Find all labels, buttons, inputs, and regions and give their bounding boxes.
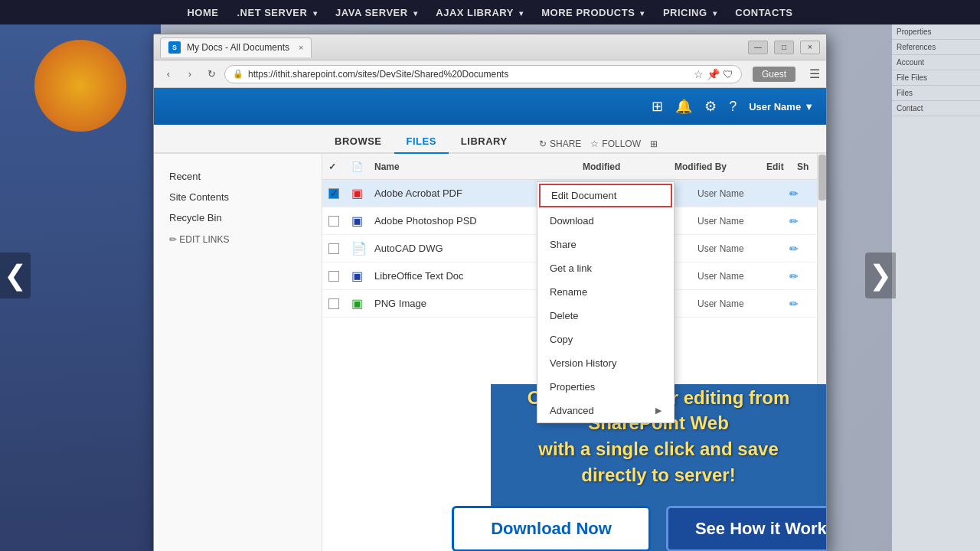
context-menu-download[interactable]: Download <box>537 209 674 233</box>
context-menu-rename[interactable]: Rename <box>537 280 674 304</box>
sidebar-edit-links[interactable]: ✏ EDIT LINKS <box>154 228 322 251</box>
modified-by: User Name <box>697 216 789 227</box>
file-icon-doc: ▣ <box>351 269 374 283</box>
row-checkbox[interactable] <box>328 298 351 309</box>
tab-library[interactable]: LIBRARY <box>449 129 520 154</box>
header-check[interactable]: ✓ <box>328 161 351 172</box>
guest-button[interactable]: Guest <box>753 67 795 82</box>
file-icon-img: ▣ <box>351 296 374 311</box>
follow-action[interactable]: ☆ FOLLOW <box>590 139 641 149</box>
share-action[interactable]: ↻ SHARE <box>539 139 581 149</box>
edit-icon[interactable]: ✏ <box>789 298 820 310</box>
right-panel-item: File Files <box>892 70 980 86</box>
tab-close-button[interactable]: × <box>299 43 303 52</box>
minimize-button[interactable]: — <box>748 41 768 54</box>
pin-icon[interactable]: 📌 <box>707 68 720 80</box>
nav-ajax-library[interactable]: AJAX LIBRARY ▾ <box>436 7 523 18</box>
notifications-icon[interactable]: 🔔 <box>675 98 692 115</box>
back-button[interactable]: ‹ <box>160 66 177 83</box>
modified-by: User Name <box>697 271 789 282</box>
file-icon-pdf: ▣ <box>351 186 374 201</box>
doc-list-header: ✓ 📄 Name Modified Modified By Edit Sh <box>322 154 826 180</box>
checkbox-empty[interactable] <box>328 298 339 309</box>
share-icon: ↻ <box>539 139 547 149</box>
nav-more-products[interactable]: MORE PRODUCTS ▾ <box>541 7 645 18</box>
browser-menu-icon[interactable]: ☰ <box>809 67 820 81</box>
row-checkbox[interactable]: ✓ <box>328 188 351 199</box>
apps-icon[interactable]: ⊞ <box>652 98 663 115</box>
sidebar-item-recycle-bin[interactable]: Recycle Bin <box>154 207 322 228</box>
file-icon-psd: ▣ <box>351 214 374 228</box>
maximize-button[interactable]: □ <box>774 41 794 54</box>
header-icon-col: 📄 <box>351 161 374 172</box>
scroll-thumb[interactable] <box>818 155 826 201</box>
follow-icon: ☆ <box>590 139 599 149</box>
header-modified-by[interactable]: Modified By <box>675 161 766 172</box>
tab-browse[interactable]: BROWSE <box>322 129 394 154</box>
view-action[interactable]: ⊞ <box>650 139 658 149</box>
nav-home[interactable]: HOME <box>187 7 218 18</box>
edit-icon[interactable]: ✏ <box>789 215 820 227</box>
context-menu-edit-document[interactable]: Edit Document <box>539 184 672 207</box>
follow-label: FOLLOW <box>602 139 641 149</box>
header-modified[interactable]: Modified <box>583 161 675 172</box>
logo-circle <box>34 40 126 132</box>
sp-header-icons: ⊞ 🔔 ⚙ ? User Name ▼ <box>652 98 814 115</box>
checkbox-checked[interactable]: ✓ <box>328 188 339 199</box>
shield-icon[interactable]: 🛡 <box>723 68 733 80</box>
top-navigation: HOME .NET SERVER ▾ JAVA SERVER ▾ AJAX LI… <box>0 0 980 24</box>
browser-tab[interactable]: S My Docs - All Documents × <box>160 37 312 57</box>
context-menu-properties[interactable]: Properties <box>537 375 674 399</box>
context-menu-delete[interactable]: Delete <box>537 304 674 328</box>
sharepoint-header: ⊞ 🔔 ⚙ ? User Name ▼ <box>154 88 826 125</box>
context-menu-advanced[interactable]: Advanced ▶ <box>537 399 674 422</box>
modified-by: User Name <box>697 243 789 254</box>
sidebar-item-site-contents[interactable]: Site Contents <box>154 187 322 207</box>
checkbox-empty[interactable] <box>328 243 339 254</box>
header-name[interactable]: Name <box>374 161 583 172</box>
tab-title: My Docs - All Documents <box>187 42 289 53</box>
nav-contacts[interactable]: CONTACTS <box>735 7 792 18</box>
download-now-button[interactable]: Download Now <box>452 506 651 551</box>
next-arrow[interactable]: ❯ <box>865 253 896 298</box>
nav-pricing[interactable]: PRICING ▾ <box>663 7 717 18</box>
address-box[interactable]: 🔒 https://ithit.sharepoint.com/sites/Dev… <box>224 65 742 83</box>
refresh-button[interactable]: ↻ <box>203 66 220 83</box>
lock-icon: 🔒 <box>233 69 243 79</box>
forward-button[interactable]: › <box>181 66 198 83</box>
bookmark-icon[interactable]: ☆ <box>694 68 704 80</box>
browser-addressbar: ‹ › ↻ 🔒 https://ithit.sharepoint.com/sit… <box>154 60 826 88</box>
tab-files[interactable]: FILES <box>394 129 449 154</box>
edit-icon[interactable]: ✏ <box>789 270 820 282</box>
settings-icon[interactable]: ⚙ <box>704 98 717 115</box>
nav-net-server[interactable]: .NET SERVER ▾ <box>237 7 317 18</box>
checkbox-empty[interactable] <box>328 271 339 282</box>
sidebar-item-recent[interactable]: Recent <box>154 166 322 187</box>
context-menu-get-link[interactable]: Get a link <box>537 256 674 280</box>
context-menu-share[interactable]: Share <box>537 233 674 256</box>
nav-java-server[interactable]: JAVA SERVER ▾ <box>335 7 417 18</box>
help-icon[interactable]: ? <box>729 99 737 115</box>
edit-icon[interactable]: ✏ <box>789 187 820 200</box>
checkbox-empty[interactable] <box>328 216 339 227</box>
close-button[interactable]: × <box>800 41 820 54</box>
row-checkbox[interactable] <box>328 271 351 282</box>
edit-icon[interactable]: ✏ <box>789 243 820 255</box>
url-text: https://ithit.sharepoint.com/sites/DevSi… <box>248 69 508 80</box>
tab-favicon: S <box>168 41 181 54</box>
submenu-arrow: ▶ <box>655 406 662 416</box>
header-edit: Edit <box>766 161 797 172</box>
context-menu-copy[interactable]: Copy <box>537 328 674 351</box>
prev-arrow[interactable]: ❮ <box>0 253 31 298</box>
right-panel-item: Files <box>892 86 980 101</box>
see-how-button[interactable]: See How it Works <box>666 506 826 551</box>
sp-content: Recent Site Contents Recycle Bin ✏ EDIT … <box>154 154 826 551</box>
context-menu-version-history[interactable]: Version History <box>537 351 674 375</box>
right-panel-item: References <box>892 40 980 55</box>
row-checkbox[interactable] <box>328 243 351 254</box>
file-icon-dwg: 📄 <box>351 241 374 256</box>
user-name[interactable]: User Name ▼ <box>749 101 814 112</box>
modified-by: User Name <box>697 298 789 309</box>
row-checkbox[interactable] <box>328 216 351 227</box>
tab-actions: ↻ SHARE ☆ FOLLOW ⊞ <box>539 139 658 152</box>
